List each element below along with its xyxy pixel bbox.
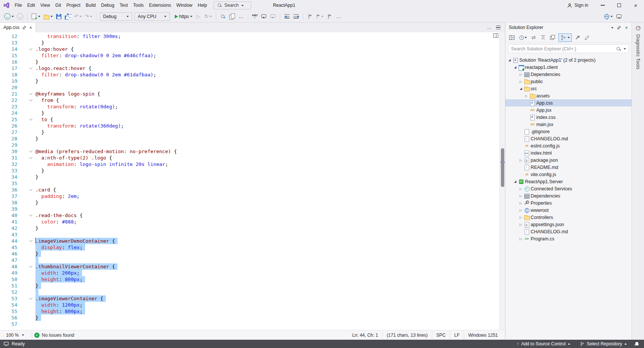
code-line-40[interactable]: 40.read-the-docs { <box>0 212 499 219</box>
code-line-16[interactable]: 16} <box>0 59 499 65</box>
scrollbar-thumb[interactable] <box>501 148 504 187</box>
open-file-button[interactable] <box>42 12 54 21</box>
menu-project[interactable]: Project <box>64 0 83 11</box>
code-line-26[interactable]: 26 transform: rotate(360deg); <box>0 123 499 129</box>
expanded-icon[interactable]: ◢ <box>507 58 512 62</box>
line-number[interactable]: 51 <box>0 283 17 289</box>
line-number[interactable]: 56 <box>0 315 17 321</box>
new-file-button[interactable] <box>30 12 41 21</box>
fold-chevron-icon[interactable] <box>17 263 35 270</box>
fold-chevron-icon[interactable] <box>17 238 35 244</box>
code-line-33[interactable]: 33 } <box>0 167 499 174</box>
close-tab-icon[interactable]: × <box>29 25 33 30</box>
add-to-source-control-button[interactable]: ↑ Add to Source Control <box>513 340 574 348</box>
tree-item-program-cs[interactable]: ▷Program.cs <box>505 235 632 242</box>
tab-overflow-icon[interactable]: … <box>487 25 491 30</box>
code-line-23[interactable]: 23 transform: rotate(0deg); <box>0 103 499 110</box>
code-line-14[interactable]: 14.logo:hover { <box>0 46 499 52</box>
code-line-24[interactable]: 24 } <box>0 110 499 116</box>
bookmark-overflow-button[interactable]: … <box>334 12 343 21</box>
code-line-49[interactable]: 49 width: 200px; <box>0 270 499 276</box>
send-feedback-button[interactable] <box>615 12 623 21</box>
line-number[interactable]: 35 <box>0 180 17 187</box>
switch-views-button[interactable] <box>508 33 516 42</box>
tree-item-eslint-config-js[interactable]: eslint.config.js <box>505 142 632 149</box>
fold-chevron-icon[interactable] <box>17 295 35 302</box>
collapsed-icon[interactable]: ▷ <box>518 194 523 198</box>
line-number[interactable]: 25 <box>0 116 17 123</box>
tree-item-dependencies[interactable]: ▷Dependencies <box>505 71 632 78</box>
diagnostic-tools-tab[interactable]: Diagnostic Tools <box>632 23 644 340</box>
line-number[interactable]: 21 <box>0 91 17 97</box>
tree-item-changelog-md[interactable]: CHANGELOG.md <box>505 135 632 142</box>
line-number[interactable]: 46 <box>0 251 17 257</box>
code-line-29[interactable]: 29 <box>0 142 499 148</box>
code-line-46[interactable]: 46} <box>0 251 499 257</box>
menu-file[interactable]: File <box>12 0 24 11</box>
menu-build[interactable]: Build <box>83 0 99 11</box>
tree-item-main-jsx[interactable]: main.jsx <box>505 121 632 128</box>
minimize-button[interactable] <box>594 0 611 11</box>
collapsed-icon[interactable]: ▷ <box>518 208 523 212</box>
tree-item-connected-services[interactable]: ▷Connected Services <box>505 185 632 192</box>
tree-item-solution-reactapp1-2-of-2-projects[interactable]: ◢Solution 'ReactApp1' (2 of 2 projects) <box>505 56 632 64</box>
notifications-icon[interactable] <box>635 342 639 346</box>
tree-item-changelog-md[interactable]: CHANGELOG.md <box>505 228 632 235</box>
line-number[interactable]: 47 <box>0 257 17 263</box>
increase-indent-button[interactable] <box>292 12 300 21</box>
code-line-45[interactable]: 45 display: flex; <box>0 244 499 251</box>
code-line-52[interactable]: 52 <box>0 289 499 295</box>
sync-with-active-document-button[interactable] <box>530 33 538 42</box>
line-number[interactable]: 18 <box>0 71 17 78</box>
collapsed-icon[interactable]: ▷ <box>518 158 523 162</box>
toolbar-overflow-button[interactable]: … <box>237 12 245 21</box>
expanded-icon[interactable]: ◢ <box>518 87 523 90</box>
line-number[interactable]: 44 <box>0 238 17 244</box>
line-number[interactable]: 20 <box>0 84 17 91</box>
configuration-dropdown[interactable]: Debug <box>100 12 132 21</box>
toggle-bookmark-button[interactable] <box>306 12 314 21</box>
show-all-files-button[interactable] <box>548 33 557 42</box>
line-number[interactable]: 42 <box>0 225 17 231</box>
fold-chevron-icon[interactable] <box>17 148 35 155</box>
line-number[interactable]: 14 <box>0 46 17 52</box>
code-line-36[interactable]: 36.card { <box>0 187 499 193</box>
menu-debug[interactable]: Debug <box>98 0 117 11</box>
collapsed-icon[interactable]: ▷ <box>518 187 523 191</box>
tree-item-properties[interactable]: ▷Properties <box>505 199 632 207</box>
line-number[interactable]: 53 <box>0 295 17 302</box>
expanded-icon[interactable]: ◢ <box>513 65 518 69</box>
line-number[interactable]: 12 <box>0 33 17 40</box>
line-number[interactable]: 34 <box>0 174 17 180</box>
indentation-mode[interactable]: SPC <box>432 330 450 340</box>
code-line-42[interactable]: 42} <box>0 225 499 231</box>
find-in-files-button[interactable] <box>219 12 227 21</box>
scope-filter-dropdown[interactable] <box>559 33 572 42</box>
line-number[interactable]: 48 <box>0 263 17 270</box>
code-line-17[interactable]: 17.logo.react:hover { <box>0 65 499 71</box>
code-line-34[interactable]: 34} <box>0 174 499 180</box>
undo-button[interactable]: ↶ <box>73 12 83 21</box>
collapsed-icon[interactable]: ▷ <box>518 80 523 84</box>
code-line-47[interactable]: 47 <box>0 257 499 263</box>
code-line-13[interactable]: 13 } <box>0 40 499 46</box>
start-without-debugging-button[interactable]: ▷ <box>194 12 203 21</box>
split-editor-icon[interactable] <box>493 33 498 38</box>
line-number[interactable]: 52 <box>0 289 17 295</box>
tree-item-app-jsx[interactable]: App.jsx <box>505 106 632 114</box>
line-number[interactable]: 43 <box>0 231 17 238</box>
line-number[interactable]: 40 <box>0 212 17 219</box>
properties-button[interactable] <box>574 33 582 42</box>
code-line-51[interactable]: 51} <box>0 283 499 289</box>
collapsed-icon[interactable]: ▷ <box>518 223 523 226</box>
code-line-12[interactable]: 12 transition: filter 300ms; <box>0 33 499 40</box>
collapsed-icon[interactable]: ▷ <box>518 216 523 219</box>
next-bookmark-button[interactable] <box>325 12 334 21</box>
line-number[interactable]: 41 <box>0 219 17 225</box>
code-line-19[interactable]: 19} <box>0 78 499 84</box>
pending-changes-filter-button[interactable] <box>517 33 528 42</box>
fold-chevron-icon[interactable] <box>17 91 35 97</box>
line-number[interactable]: 30 <box>0 148 17 155</box>
line-number[interactable]: 19 <box>0 78 17 84</box>
code-line-31[interactable]: 31 a:nth-of-type(2) .logo { <box>0 155 499 161</box>
